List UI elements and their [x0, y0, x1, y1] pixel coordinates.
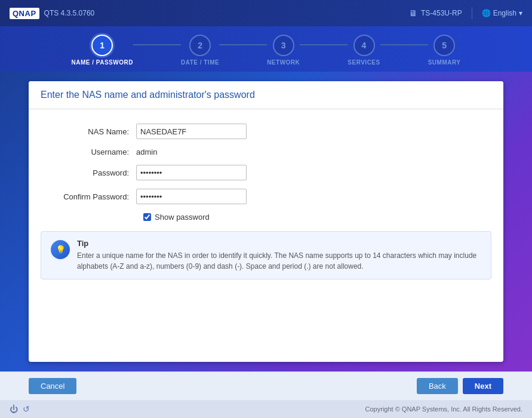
confirm-password-row: Confirm Password: [41, 189, 491, 204]
connector-2-3 [219, 44, 267, 45]
page-title: Enter the NAS name and administrator's p… [41, 90, 491, 100]
step-4-number: 4 [362, 41, 367, 50]
step-2[interactable]: 2 DATE / TIME [181, 35, 219, 66]
model-info: 🖥 TS-453U-RP [409, 8, 462, 18]
refresh-icon: ↺ [23, 404, 30, 414]
card-body: NAS Name: Username: admin Password: Conf… [29, 109, 503, 294]
header-left: QNAP QTS 4.3.5.0760 [10, 8, 94, 19]
qnap-logo: QNAP QTS 4.3.5.0760 [10, 8, 94, 19]
step-3-label: NETWORK [267, 59, 300, 66]
copyright-text: Copyright © QNAP Systems, Inc. All Right… [365, 405, 522, 413]
footer-bar: Cancel Back Next [0, 371, 532, 400]
connector-3-4 [300, 44, 348, 45]
qnap-logo-text: QNAP [10, 8, 39, 19]
language-label: English [493, 9, 516, 17]
footer-right-buttons: Back Next [417, 378, 503, 394]
show-password-label[interactable]: Show password [155, 213, 210, 222]
header-right: 🖥 TS-453U-RP 🌐 English ▾ [409, 7, 522, 19]
step-3-circle: 3 [273, 35, 294, 56]
show-password-checkbox[interactable] [143, 213, 151, 221]
wizard-bar: 1 NAME / PASSWORD 2 DATE / TIME 3 NETWOR… [0, 26, 532, 72]
password-row: Password: [41, 165, 491, 180]
step-4-circle: 4 [353, 35, 375, 56]
step-5-circle: 5 [433, 35, 455, 56]
content-card: Enter the NAS name and administrator's p… [29, 81, 503, 362]
server-icon: 🖥 [409, 8, 417, 18]
confirm-password-label: Confirm Password: [41, 192, 136, 201]
header-divider [472, 7, 472, 19]
password-input[interactable] [136, 165, 247, 180]
step-2-circle: 2 [189, 35, 211, 56]
power-icon: ⏻ [10, 404, 18, 414]
step-3[interactable]: 3 NETWORK [267, 35, 300, 66]
username-value: admin [136, 147, 157, 156]
qts-version: QTS 4.3.5.0760 [44, 9, 95, 17]
step-4-label: SERVICES [348, 59, 380, 66]
confirm-password-input[interactable] [136, 189, 247, 204]
connector-4-5 [380, 44, 428, 45]
nas-name-label: NAS Name: [41, 127, 136, 136]
nas-name-row: NAS Name: [41, 124, 491, 139]
username-row: Username: admin [41, 147, 491, 156]
cancel-button[interactable]: Cancel [29, 378, 76, 394]
step-4[interactable]: 4 SERVICES [348, 35, 380, 66]
bottom-strip: ⏻ ↺ Copyright © QNAP Systems, Inc. All R… [0, 400, 532, 418]
connector-1-2 [133, 44, 181, 45]
step-2-label: DATE / TIME [181, 59, 219, 66]
step-5-number: 5 [442, 41, 447, 50]
bottom-icons: ⏻ ↺ [10, 404, 30, 414]
header: QNAP QTS 4.3.5.0760 🖥 TS-453U-RP 🌐 Engli… [0, 0, 532, 26]
model-name: TS-453U-RP [421, 9, 462, 17]
step-5-label: SUMMARY [428, 59, 461, 66]
username-label: Username: [41, 147, 136, 156]
main-content: Enter the NAS name and administrator's p… [0, 72, 532, 371]
wizard-steps: 1 NAME / PASSWORD 2 DATE / TIME 3 NETWOR… [0, 35, 532, 66]
nas-name-input[interactable] [136, 124, 247, 139]
tip-icon: 💡 [51, 240, 70, 259]
language-selector[interactable]: 🌐 English ▾ [482, 9, 522, 17]
tip-text: Enter a unique name for the NAS in order… [77, 250, 481, 272]
tip-title: Tip [77, 239, 481, 248]
tip-content: Tip Enter a unique name for the NAS in o… [77, 239, 481, 272]
step-1[interactable]: 1 NAME / PASSWORD [72, 35, 133, 66]
tip-box: 💡 Tip Enter a unique name for the NAS in… [41, 231, 491, 279]
step-1-circle: 1 [91, 35, 113, 56]
show-password-row: Show password [143, 213, 491, 222]
step-1-label: NAME / PASSWORD [72, 59, 133, 66]
next-button[interactable]: Next [463, 378, 503, 394]
chevron-down-icon: ▾ [519, 9, 522, 17]
back-button[interactable]: Back [417, 378, 458, 394]
globe-icon: 🌐 [482, 9, 491, 17]
card-header: Enter the NAS name and administrator's p… [29, 81, 503, 109]
step-1-number: 1 [100, 41, 104, 50]
step-2-number: 2 [198, 41, 202, 50]
step-3-number: 3 [281, 41, 286, 50]
password-label: Password: [41, 168, 136, 177]
step-5[interactable]: 5 SUMMARY [428, 35, 461, 66]
